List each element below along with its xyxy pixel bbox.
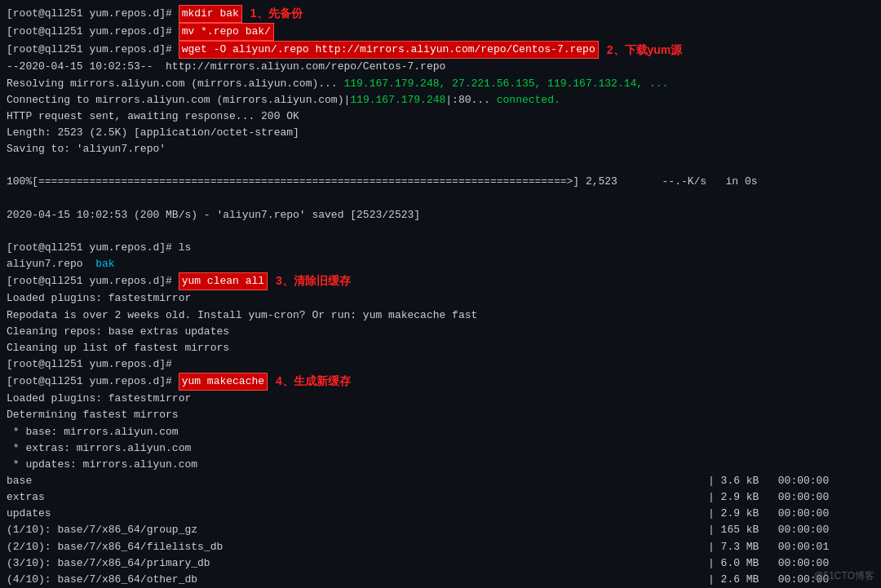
length-text: Length: 2523 (2.5K) [application/octet-s… (7, 125, 299, 141)
line-prompt-empty: [root@qll251 yum.repos.d]# (7, 356, 874, 373)
line-blank-3 (7, 223, 874, 240)
determining-text: Determining fastest mirrors (7, 407, 179, 423)
prompt-2: [root@qll251 yum.repos.d]# (7, 24, 179, 40)
f410-size: | 2.6 MB 00:00:00 (708, 572, 829, 588)
connecting-ip: 119.167.179.248 (350, 92, 445, 108)
ls-file: aliyun7.repo (7, 256, 95, 272)
watermark: @51CTO博客 (813, 569, 874, 583)
line-110: (1/10): base/7/x86_64/group_gz| 165 kB 0… (7, 522, 874, 538)
line-mirror-extras: * extras: mirrors.aliyun.com (7, 440, 874, 457)
line-blank-1 (7, 157, 874, 174)
updates-size: | 2.9 kB 00:00:00 (708, 506, 829, 522)
prompt-makecache: [root@qll251 yum.repos.d]# (7, 374, 179, 390)
saved-text: 2020-04-15 10:02:53 (200 MB/s) - 'aliyun… (7, 207, 420, 223)
connecting-text: Connecting to mirrors.aliyun.com (mirror… (7, 92, 350, 108)
line-cleaning-repos: Cleaning repos: base extras updates (7, 324, 874, 340)
line-210: (2/10): base/7/x86_64/filelists_db| 7.3 … (7, 539, 874, 555)
prompt-empty: [root@qll251 yum.repos.d]# (7, 356, 179, 373)
terminal: [root@qll251 yum.repos.d]# mkdir bak1、先备… (0, 0, 881, 588)
line-updates-size: updates| 2.9 kB 00:00:00 (7, 506, 874, 522)
date-text: --2020-04-15 10:02:53-- http://mirrors.a… (7, 59, 445, 75)
cleaning-repos-text: Cleaning repos: base extras updates (7, 324, 229, 340)
line-saved: 2020-04-15 10:02:53 (200 MB/s) - 'aliyun… (7, 207, 874, 223)
base-label: base (7, 473, 708, 489)
line-saving: Saving to: 'aliyun7.repo' (7, 141, 874, 157)
extras-label: extras (7, 489, 708, 506)
prompt-ls: [root@qll251 yum.repos.d]# (7, 240, 179, 256)
line-determining: Determining fastest mirrors (7, 407, 874, 423)
http-text: HTTP request sent, awaiting response... … (7, 108, 299, 125)
f210-size: | 7.3 MB 00:00:01 (708, 539, 829, 555)
loaded-text-2: Loaded plugins: fastestmirror (7, 391, 191, 407)
resolving-text: Resolving mirrors.aliyun.com (mirrors.al… (7, 76, 343, 92)
line-connecting: Connecting to mirrors.aliyun.com (mirror… (7, 92, 874, 108)
f310-label: (3/10): base/7/x86_64/primary_db (7, 555, 708, 572)
prompt-3: [root@qll251 yum.repos.d]# (7, 42, 179, 58)
mirror-extras-text: * extras: mirrors.aliyun.com (7, 440, 191, 457)
cmd-mkdir: mkdir bak (179, 5, 242, 23)
saving-text: Saving to: 'aliyun7.repo' (7, 141, 166, 157)
cleaning-list-text: Cleaning up list of fastest mirrors (7, 340, 229, 356)
line-yum-clean: [root@qll251 yum.repos.d]# yum clean all… (7, 272, 874, 290)
line-repodata: Repodata is over 2 weeks old. Install yu… (7, 307, 874, 324)
progress-text: 100%[===================================… (7, 174, 758, 190)
line-blank-2 (7, 191, 874, 207)
line-length: Length: 2523 (2.5K) [application/octet-s… (7, 125, 874, 141)
extras-size: | 2.9 kB 00:00:00 (708, 489, 829, 506)
cmd-yum-clean: yum clean all (179, 272, 268, 290)
connected-text: connected. (497, 92, 560, 108)
bak-dir: bak (95, 256, 114, 272)
base-size: | 3.6 kB 00:00:00 (708, 473, 829, 489)
updates-label: updates (7, 506, 708, 522)
annotation-2: 2、下载yum源 (607, 42, 683, 60)
line-http-request: HTTP request sent, awaiting response... … (7, 108, 874, 125)
line-mv: [root@qll251 yum.repos.d]# mv *.repo bak… (7, 23, 874, 41)
cmd-ls: ls (179, 240, 192, 256)
prompt-1: [root@qll251 yum.repos.d]# (7, 6, 179, 22)
line-ls-output: aliyun7.repo bak (7, 256, 874, 272)
connecting-port: |:80... (445, 92, 496, 108)
line-410: (4/10): base/7/x86_64/other_db| 2.6 MB 0… (7, 572, 874, 588)
cmd-yum-makecache: yum makecache (179, 373, 268, 391)
ip-list: 119.167.179.248, 27.221.56.135, 119.167.… (343, 76, 668, 92)
f110-label: (1/10): base/7/x86_64/group_gz (7, 522, 708, 538)
annotation-4: 4、生成新缓存 (276, 373, 351, 391)
f110-size: | 165 kB 00:00:00 (708, 522, 829, 538)
cmd-mv: mv *.repo bak/ (179, 23, 274, 41)
mirror-updates-text: * updates: mirrors.aliyun.com (7, 457, 197, 473)
f310-size: | 6.0 MB 00:00:00 (708, 555, 829, 572)
line-ls: [root@qll251 yum.repos.d]# ls (7, 240, 874, 256)
annotation-3: 3、清除旧缓存 (276, 272, 351, 290)
line-extras-size: extras| 2.9 kB 00:00:00 (7, 489, 874, 506)
line-mirror-base: * base: mirrors.aliyun.com (7, 424, 874, 440)
line-cleaning-list: Cleaning up list of fastest mirrors (7, 340, 874, 356)
line-mirror-updates: * updates: mirrors.aliyun.com (7, 457, 874, 473)
line-loaded-1: Loaded plugins: fastestmirror (7, 290, 874, 307)
prompt-clean: [root@qll251 yum.repos.d]# (7, 273, 179, 290)
loaded-text-1: Loaded plugins: fastestmirror (7, 290, 191, 307)
f210-label: (2/10): base/7/x86_64/filelists_db (7, 539, 708, 555)
line-wget: [root@qll251 yum.repos.d]# wget -O aliyu… (7, 41, 874, 59)
line-310: (3/10): base/7/x86_64/primary_db| 6.0 MB… (7, 555, 874, 572)
line-date: --2020-04-15 10:02:53-- http://mirrors.a… (7, 59, 874, 75)
line-loaded-2: Loaded plugins: fastestmirror (7, 391, 874, 407)
annotation-1: 1、先备份 (250, 5, 303, 23)
line-base-size: base| 3.6 kB 00:00:00 (7, 473, 874, 489)
line-progress: 100%[===================================… (7, 174, 874, 190)
line-mkdir: [root@qll251 yum.repos.d]# mkdir bak1、先备… (7, 5, 874, 23)
line-resolving: Resolving mirrors.aliyun.com (mirrors.al… (7, 76, 874, 92)
repodata-text: Repodata is over 2 weeks old. Install yu… (7, 307, 477, 324)
mirror-base-text: * base: mirrors.aliyun.com (7, 424, 179, 440)
line-yum-makecache: [root@qll251 yum.repos.d]# yum makecache… (7, 373, 874, 391)
f410-label: (4/10): base/7/x86_64/other_db (7, 572, 708, 588)
cmd-wget: wget -O aliyun/.repo http://mirrors.aliy… (179, 41, 599, 59)
